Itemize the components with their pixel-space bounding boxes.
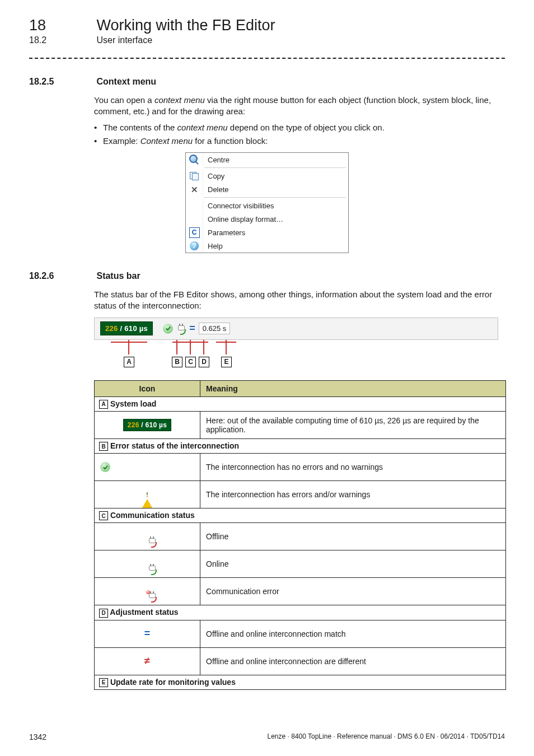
subsection-context-menu: 18.2.5 Context menu bbox=[29, 77, 505, 87]
statusbar-figure: 226 / 610 µs = 0.625 s bbox=[94, 318, 505, 368]
page-number: 1342 bbox=[29, 732, 46, 741]
table-row: The interconnection has no errors and no… bbox=[95, 454, 506, 481]
chapter-title: Working with the FB Editor bbox=[96, 17, 275, 34]
callout-D: D bbox=[199, 357, 209, 367]
subsection-title: Context menu bbox=[96, 77, 156, 86]
section-adjustment-status: D Adjustment status bbox=[95, 605, 506, 620]
delete-icon: ✕ bbox=[191, 185, 198, 194]
section-title: User interface bbox=[96, 35, 152, 45]
callout-B: B bbox=[172, 357, 182, 367]
section-number: 18.2 bbox=[29, 35, 94, 45]
ok-icon bbox=[100, 462, 110, 472]
ctx-item-copy[interactable]: Copy bbox=[186, 169, 348, 183]
not-equal-icon: ≠ bbox=[144, 655, 150, 667]
subsection-status-bar: 18.2.6 Status bar bbox=[29, 271, 505, 281]
section-comm-status: C Communication status bbox=[95, 508, 506, 523]
section-system-load: A System load bbox=[95, 396, 506, 411]
body-text: You can open a context menu via the righ… bbox=[94, 95, 505, 147]
bullet: The contents of the context menu depend … bbox=[94, 122, 505, 133]
parameters-icon: C bbox=[189, 227, 200, 238]
plug-online-icon bbox=[176, 324, 186, 333]
ok-icon bbox=[163, 324, 173, 334]
col-icon: Icon bbox=[95, 380, 200, 396]
table-row: Communication error bbox=[95, 578, 506, 605]
subsection-title: Status bar bbox=[96, 271, 140, 281]
table-row: ≠ Offline and online interconnection are… bbox=[95, 647, 506, 675]
copy-icon bbox=[190, 172, 199, 180]
cycle-time-chip: 0.625 s bbox=[199, 323, 231, 334]
page-header: 18 Working with the FB Editor 18.2 User … bbox=[29, 17, 505, 45]
chapter-number: 18 bbox=[29, 17, 94, 34]
section-error-status: B Error status of the interconnection bbox=[95, 438, 506, 453]
page-footer: 1342 Lenze · 8400 TopLine · Reference ma… bbox=[29, 732, 505, 741]
callout-pointers bbox=[94, 340, 497, 366]
ctx-item-centre[interactable]: Centre bbox=[186, 153, 348, 166]
context-menu-figure: Centre Copy ✕ Delete Connector visibilit… bbox=[185, 152, 349, 253]
magnifier-icon bbox=[189, 155, 199, 165]
help-icon: ? bbox=[190, 241, 199, 250]
warning-icon bbox=[142, 490, 152, 508]
ctx-item-parameters[interactable]: C Parameters bbox=[186, 226, 348, 239]
table-row: The interconnection has errors and/or wa… bbox=[95, 481, 506, 508]
ctx-item-connector[interactable]: Connector visibilities bbox=[186, 199, 348, 212]
doc-id: Lenze · 8400 TopLine · Reference manual … bbox=[268, 732, 505, 741]
subsection-num: 18.2.6 bbox=[29, 271, 94, 281]
ctx-item-help[interactable]: ? Help bbox=[186, 239, 348, 253]
callout-A: A bbox=[124, 357, 134, 367]
callout-E: E bbox=[221, 357, 232, 367]
table-row: Online bbox=[95, 550, 506, 578]
section-update-rate: E Update rate for monitoring values bbox=[95, 675, 506, 689]
callout-C: C bbox=[185, 357, 196, 367]
ctx-item-online-format[interactable]: Online display format… bbox=[186, 212, 348, 226]
icon-meaning-table: Icon Meaning A System load 226 / 610 µs … bbox=[94, 380, 506, 690]
table-row: = Offline and online interconnection mat… bbox=[95, 620, 506, 647]
table-row: 226 / 610 µs Here: out of the available … bbox=[95, 411, 506, 438]
col-meaning: Meaning bbox=[200, 380, 506, 396]
divider bbox=[29, 58, 505, 59]
subsection-num: 18.2.5 bbox=[29, 77, 94, 87]
table-row: Offline bbox=[95, 523, 506, 550]
ctx-item-delete[interactable]: ✕ Delete bbox=[186, 183, 348, 196]
equal-icon: = bbox=[144, 628, 151, 639]
body-text: The status bar of the FB Editor shows, a… bbox=[94, 289, 505, 312]
bullet: Example: Context menu for a function blo… bbox=[94, 136, 505, 147]
equal-icon: = bbox=[189, 323, 195, 334]
system-load-chip: 226 / 610 µs bbox=[100, 321, 153, 335]
system-load-chip: 226 / 610 µs bbox=[123, 419, 172, 431]
